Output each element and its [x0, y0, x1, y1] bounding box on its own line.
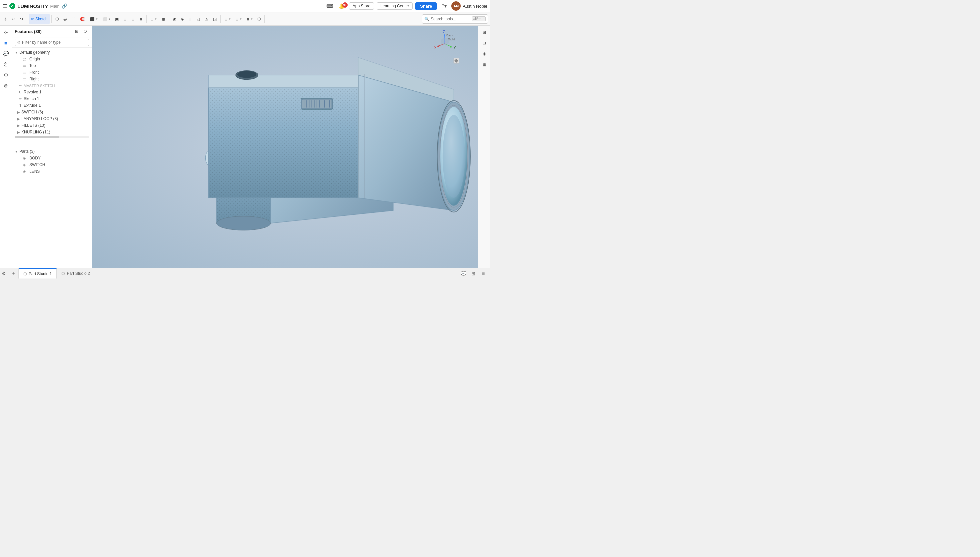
search-tools[interactable]: 🔍 alt/⌥ c	[422, 14, 488, 24]
tool-14[interactable]: ◈	[178, 14, 186, 24]
tool-16[interactable]: ◰	[194, 14, 202, 24]
panel-icon-instances[interactable]: ⊞	[73, 28, 80, 35]
onshape-logo: O	[9, 3, 15, 9]
origin-icon: ◎	[23, 57, 28, 61]
right-panel-icon-2[interactable]: ⊟	[480, 38, 489, 48]
viewport[interactable]: Z Y X Right Back	[92, 26, 478, 268]
tool-dropdown-6[interactable]: ⬜▾	[101, 14, 112, 24]
tree-item-lens[interactable]: ◈ LENS	[12, 168, 92, 175]
sidebar-home-icon[interactable]: ⊹	[1, 28, 11, 37]
tree-section-parts: ▼ Parts (3) ◈ BODY ◈ SWITCH ◈ LENS	[12, 148, 92, 175]
tool-dropdown-11[interactable]: ⊡▾	[148, 14, 159, 24]
default-geometry-header[interactable]: ▼ Default geometry	[12, 49, 92, 56]
bottom-settings-icon[interactable]: ⚙	[0, 269, 8, 277]
sidebar-versions-icon[interactable]: ⏱	[1, 60, 11, 69]
share-button[interactable]: Share	[415, 2, 436, 10]
tool-12[interactable]: ▦	[159, 14, 167, 24]
feature-fillets-group[interactable]: ▶ FILLETS (10)	[12, 122, 92, 129]
tree-item-front[interactable]: ▭ Front	[12, 69, 92, 76]
tool-1[interactable]: ⬡	[54, 14, 61, 24]
sidebar-comments-icon[interactable]: 💬	[1, 49, 11, 59]
sketch1-label: Sketch 1	[24, 96, 39, 101]
tool-dropdown-5[interactable]: ⬛▾	[88, 14, 100, 24]
plane-icon-front: ▭	[23, 70, 28, 75]
tool-4[interactable]: 🧲	[78, 14, 87, 24]
bottom-icon-3[interactable]: ≡	[479, 269, 487, 277]
tool-dropdown-20[interactable]: ⊞▾	[233, 14, 244, 24]
chevron-down-icon: ▼	[15, 51, 18, 54]
logo-area: ☰ O LUMINOSITY Main 🔗	[3, 3, 67, 9]
search-tools-input[interactable]	[431, 17, 471, 21]
tab-part-studio-1[interactable]: ⬡ Part Studio 1	[19, 268, 57, 279]
tool-3[interactable]: ⌒	[69, 14, 77, 24]
part-icon-lens: ◈	[23, 169, 28, 174]
feature-lanyard-group[interactable]: ▶ LANYARD LOOP (3)	[12, 116, 92, 122]
link-icon[interactable]: 🔗	[62, 3, 67, 9]
tree-item-right[interactable]: ▭ Right	[12, 76, 92, 82]
filter-text-input[interactable]	[22, 40, 87, 45]
right-panel-icon-4[interactable]: ▦	[480, 60, 489, 69]
select-icon: ⊹	[4, 17, 7, 21]
tool-9[interactable]: ⊟	[129, 14, 137, 24]
tool-dropdown-21[interactable]: ⊠▾	[244, 14, 255, 24]
tool-7[interactable]: ▣	[113, 14, 121, 24]
chevron-right-icon-knurling: ▶	[17, 130, 20, 134]
notifications-icon[interactable]: 🔔 9+	[337, 1, 346, 11]
tool-15[interactable]: ⊕	[187, 14, 194, 24]
tree-item-origin[interactable]: ◎ Origin	[12, 56, 92, 62]
filter-input[interactable]: ⚙	[15, 39, 89, 46]
panel-icon-history[interactable]: ⏱	[82, 28, 89, 35]
hamburger-menu[interactable]: ☰	[3, 3, 7, 9]
add-tab-button[interactable]: ＋	[8, 268, 19, 279]
select-tool[interactable]: ⊹	[2, 14, 9, 24]
lanyard-group-label: LANYARD LOOP (3)	[21, 116, 58, 121]
commands-icon[interactable]: ⌨	[325, 1, 334, 11]
separator-3	[146, 15, 147, 23]
front-label: Front	[29, 70, 39, 75]
bottom-icon-1[interactable]: 💬	[459, 269, 467, 277]
tool-18[interactable]: ◲	[211, 14, 219, 24]
tree-item-body[interactable]: ◈ BODY	[12, 155, 92, 161]
tool-10[interactable]: ⊠	[137, 14, 144, 24]
view-expand-btn[interactable]	[453, 57, 460, 65]
right-panel-icon-3[interactable]: ◉	[480, 49, 489, 59]
bottom-icon-2[interactable]: ⊞	[469, 269, 477, 277]
redo-button[interactable]: ↪	[18, 14, 25, 24]
svg-rect-26	[209, 88, 368, 198]
user-area[interactable]: AN Austin Noble	[451, 1, 487, 11]
tree-item-switch[interactable]: ◈ SWITCH	[12, 161, 92, 168]
tool-2[interactable]: ◎	[61, 14, 69, 24]
feature-switch-group[interactable]: ▶ SWITCH (6)	[12, 109, 92, 116]
sidebar-features-icon[interactable]: ≡	[1, 38, 11, 48]
part-icon-body: ◈	[23, 156, 28, 160]
cube-gizmo[interactable]: Z Y X Right Back	[432, 30, 458, 56]
sketch-button[interactable]: ✏ Sketch	[29, 14, 50, 24]
feature-sketch1[interactable]: ✏ Sketch 1	[12, 95, 92, 102]
tool-17[interactable]: ◳	[203, 14, 210, 24]
tree-item-top[interactable]: ▭ Top	[12, 62, 92, 69]
scrollbar-track[interactable]	[15, 136, 89, 138]
body-label: BODY	[29, 156, 41, 160]
help-icon[interactable]: ?▾	[439, 1, 449, 11]
tool-dropdown-19[interactable]: ⊟▾	[222, 14, 233, 24]
feature-knurling-group[interactable]: ▶ KNURLING (11)	[12, 129, 92, 135]
switch-label: SWITCH	[29, 163, 45, 167]
feature-extrude1[interactable]: ⬆ Extrude 1	[12, 102, 92, 109]
undo-button[interactable]: ↩	[10, 14, 17, 24]
svg-point-46	[443, 115, 465, 197]
feature-revolve1[interactable]: ↻ Revolve 1	[12, 89, 92, 95]
chevron-down-icon-parts: ▼	[15, 150, 18, 153]
tool-8[interactable]: ⊞	[121, 14, 129, 24]
sidebar-mate-icon[interactable]: ⚙	[1, 70, 11, 80]
feature-tree: ▼ Default geometry ◎ Origin ▭ Top ▭ Fron…	[12, 48, 92, 268]
app-store-button[interactable]: App Store	[349, 2, 374, 10]
parts-header[interactable]: ▼ Parts (3)	[12, 148, 92, 155]
learning-center-button[interactable]: Learning Center	[376, 2, 413, 10]
tab-part-studio-2[interactable]: ⬡ Part Studio 2	[57, 268, 95, 279]
tool-13[interactable]: ◉	[171, 14, 178, 24]
master-sketch-label: MASTER SKETCH	[24, 84, 55, 88]
sidebar-settings-icon[interactable]: ⊛	[1, 81, 11, 90]
tool-22[interactable]: ⬡	[255, 14, 263, 24]
feature-master-sketch[interactable]: ✏ MASTER SKETCH	[12, 82, 92, 89]
right-panel-icon-1[interactable]: ⊞	[480, 28, 489, 37]
